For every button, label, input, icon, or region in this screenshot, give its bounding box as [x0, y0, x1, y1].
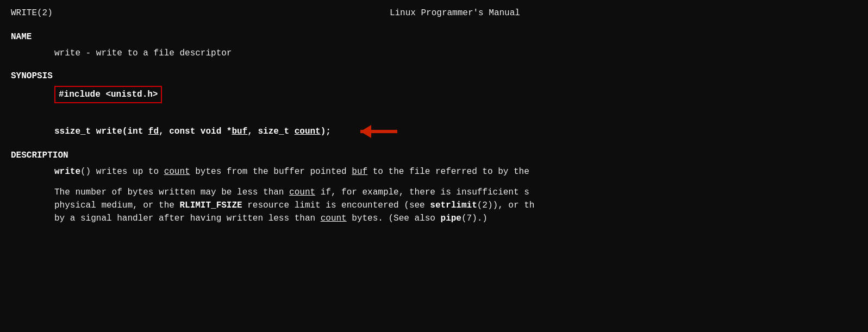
pipe-ref: pipe [441, 214, 461, 223]
synopsis-section: SYNOPSIS #include <unistd.h> ssize_t wri… [11, 70, 857, 139]
param-fd: fd [148, 127, 159, 136]
description-para1: write() writes up to count bytes from th… [54, 165, 857, 178]
synopsis-section-content: #include <unistd.h> ssize_t write(int fd… [11, 86, 857, 139]
count-ref-3: count [321, 214, 347, 223]
name-description: write - write to a file descriptor [54, 48, 232, 58]
description-text-1: () writes up to count bytes from the buf… [80, 167, 529, 177]
description-section-content: write() writes up to count bytes from th… [11, 165, 857, 225]
description-para2-line3: by a signal handler after having written… [54, 212, 857, 225]
function-signature: ssize_t write(int fd, const void *buf, s… [54, 125, 331, 138]
setrlimit-ref: setrlimit [430, 201, 477, 210]
function-signature-line: ssize_t write(int fd, const void *buf, s… [54, 124, 857, 139]
name-section: NAME write - write to a file descriptor [11, 30, 857, 60]
description-para2-line2: physical medium, or the RLIMIT_FSIZE res… [54, 199, 857, 212]
name-section-title: NAME [11, 30, 857, 43]
description-section-title: DESCRIPTION [11, 149, 857, 162]
count-ref-1: count [164, 167, 190, 177]
write-func-name: write [54, 167, 80, 177]
header-center: Linux Programmer's Manual [390, 7, 520, 20]
rlimit-fsize: RLIMIT_FSIZE [179, 201, 242, 210]
include-directive: #include <unistd.h> [54, 86, 857, 111]
include-box: #include <unistd.h> [54, 86, 162, 103]
param-buf: buf [232, 127, 247, 136]
svg-marker-1 [360, 125, 371, 138]
count-ref-2: count [289, 187, 315, 197]
description-para2: The number of bytes written may be less … [54, 186, 857, 225]
description-section: DESCRIPTION write() writes up to count b… [11, 149, 857, 225]
param-count: count [295, 127, 321, 136]
header-left: WRITE(2) [11, 7, 53, 20]
synopsis-section-title: SYNOPSIS [11, 70, 857, 83]
red-arrow-icon [342, 124, 397, 139]
name-section-content: write - write to a file descriptor [11, 47, 857, 60]
description-para2-line1: The number of bytes written may be less … [54, 186, 857, 199]
man-page-header: WRITE(2) Linux Programmer's Manual [11, 7, 857, 20]
buf-ref-1: buf [352, 167, 367, 177]
